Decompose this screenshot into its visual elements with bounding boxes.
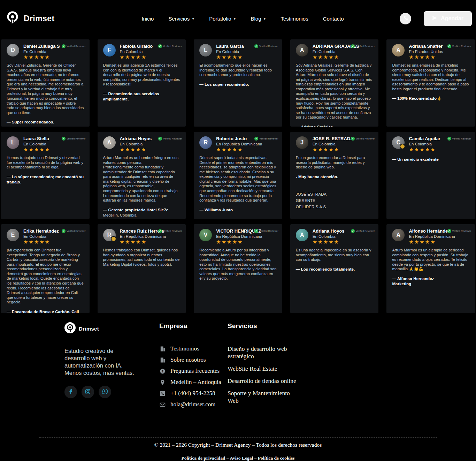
phone-button[interactable] [400,13,411,24]
verified-check-icon: ✓ [351,137,355,141]
agendar-button[interactable]: Agendar [424,11,472,26]
nav-item-testimonios[interactable]: Testimonios [281,16,308,22]
review-text: Arturo Marmol es un hombre íntegro en su… [103,156,181,203]
star-rating: ★★★★★ [409,54,443,60]
review-quote: — Recomiendo sus servicios ampliamente. [103,91,181,101]
empresa-link-label: Preguntas frecuentes [170,368,220,375]
empresa-link[interactable]: Testimonios [159,345,228,352]
star-rating: ★★★★★ [23,54,60,60]
empresa-link[interactable]: Medellín – Antioquia [159,379,228,386]
review-quote: — Adriana Grajales [296,124,373,127]
review-text: Arturo Marmol es un ejemplo de seriedad … [392,248,469,272]
reviewer-identity: Camila Aguilar En Colombia ★★★★★ [409,136,440,152]
servicios-link[interactable]: Soporte y Mantenimiento Web [228,390,301,405]
social-links [64,386,159,398]
verified-label: Verified Reviewer [356,137,375,140]
reviewer-name: Erika Hernández [23,229,59,234]
reviewer-identity: Laura Stella En Colombia ★★★★★ [23,136,50,152]
legal-links[interactable]: Política de privacidad – Aviso Legal – P… [39,455,437,461]
reviewer-location: En Colombia [313,234,345,239]
verified-badge: ✓ Verified Reviewer [351,229,375,233]
whatsapp-icon [102,388,108,395]
verified-label: Verified Reviewer [67,45,85,47]
review-quote: - Muy buena atención. [296,174,373,179]
instagram-button[interactable] [82,386,94,398]
nav-item-contacto[interactable]: Contacto [323,16,344,22]
testimonial-card: ✓ Verified Reviewer F Fabiola Giraldo En… [98,39,186,127]
empresa-link[interactable]: ?Preguntas frecuentes [159,368,228,375]
verified-check-icon: ✓ [254,44,258,48]
reviewer-location: En Colombia [313,142,354,146]
reviewer-location: En República Dominicana [216,234,262,239]
testimonial-card: ✓ Verified Reviewer C Camila Aguilar En … [386,132,475,219]
nav-item-label: Inicio [141,16,154,22]
site-footer: Drimset Estudio creativo de desarrollo w… [0,313,476,461]
review-text: Hemos trabajado con Drimset y de verdad … [7,156,84,170]
servicios-link[interactable]: Diseño y desarrollo web estratégico [228,345,301,360]
star-rating: ★★★★★ [313,146,354,152]
verified-check-icon: ✓ [351,229,355,233]
footer-brand-name: Drimset [79,326,99,332]
reviewer-location: En Colombia [409,142,440,146]
brand-logo[interactable]: Drimset [5,10,86,27]
agendar-label: Agendar [441,15,463,22]
building-icon [159,346,166,352]
reviewer-identity: Daniel Zuluaga S En Colombia ★★★★★ [23,44,60,60]
facebook-button[interactable] [64,386,77,398]
nav-item-label: Servicios [168,16,190,22]
nav-item-portafolio[interactable]: Portafolio▼ [209,16,236,22]
verified-badge: ✓ Verified Reviewer [447,137,471,141]
empresa-link-label: Medellín – Antioquia [170,379,221,386]
reviewer-location: En Colombia [23,234,59,239]
review-quote: — 100% Recomendado👌 [392,96,469,101]
avatar: R [103,229,116,241]
review-quote: — Gerente propietaria Hotel Sie7e [103,207,181,212]
servicios-list: Diseño y desarrollo web estratégicoWebSi… [228,345,301,405]
testimonial-card: ✓ Verified Reviewer E Erika Hernández En… [1,224,90,313]
verified-label: Verified Reviewer [163,137,182,140]
review-quote: — Encargada de Brasa y Carbón, Cali [7,309,84,313]
avatar: A [103,136,116,149]
empresa-link-label: hola@drimset.com [170,401,215,408]
servicios-link[interactable]: WebSite Real Estate [228,365,301,372]
star-rating: ★★★★★ [216,239,262,245]
footer-bottom: © 2021 – 2026 Copyright – Drimset Agency… [39,437,437,461]
verified-badge: ✓ Verified Reviewer [254,137,278,141]
verified-check-icon: ✓ [351,44,355,48]
reviewer-location: En Colombia [120,50,153,54]
servicios-link[interactable]: Desarrollo de tiendas online [228,377,301,385]
empresa-link[interactable]: Sobre nosotros [159,356,228,363]
reviewer-location: En República Dominicana [216,142,262,146]
verified-check-icon: ✓ [254,137,258,141]
reviewer-identity: Adriana Hoyos En Colombia ★★★★★ [120,136,152,152]
nav-item-inicio[interactable]: Inicio [141,16,154,22]
verified-label: Verified Reviewer [67,230,85,232]
phone-icon [403,15,408,22]
testimonial-card: ✓ Verified Reviewer A Adriana Shaffer En… [386,39,475,127]
nav-item-blog[interactable]: Blog▼ [251,16,266,22]
phone-square-icon [159,391,166,396]
avatar: L [199,44,212,56]
empresa-link[interactable]: hola@drimset.com [159,401,228,408]
review-text: Hemos trabajado con Drimset, quienes nos… [103,248,181,267]
empresa-link[interactable]: +1 (404) 954-2258 [159,390,228,397]
footer-tagline: Estudio creativo de desarrollo web y aut… [64,347,159,377]
drimset-logo-icon [5,10,20,27]
svg-text:?: ? [161,369,163,373]
star-rating: ★★★★★ [120,54,153,60]
drimset-footer-logo-icon [64,322,76,335]
footer-logo[interactable]: Drimset [64,322,159,335]
verified-badge: ✓ Verified Reviewer [254,229,278,233]
nav-item-servicios[interactable]: Servicios▼ [168,16,194,22]
avatar: A [296,44,308,56]
whatsapp-button[interactable] [99,386,111,398]
facebook-icon [68,389,74,395]
review-text: Es un gusto recomendar a Drimset para as… [296,156,373,170]
review-text: Recomiendo a Arturo por su integridad y … [199,248,277,281]
avatar: L [7,136,19,149]
instagram-icon [85,389,91,395]
verified-check-icon: ✓ [158,229,162,233]
review-text: Soy Adriana Grajales, Gerente de Estrada… [296,63,373,120]
verified-check-icon: ✓ [62,229,66,233]
review-quote: — Alfonso Hernandez Marketing [392,276,469,286]
